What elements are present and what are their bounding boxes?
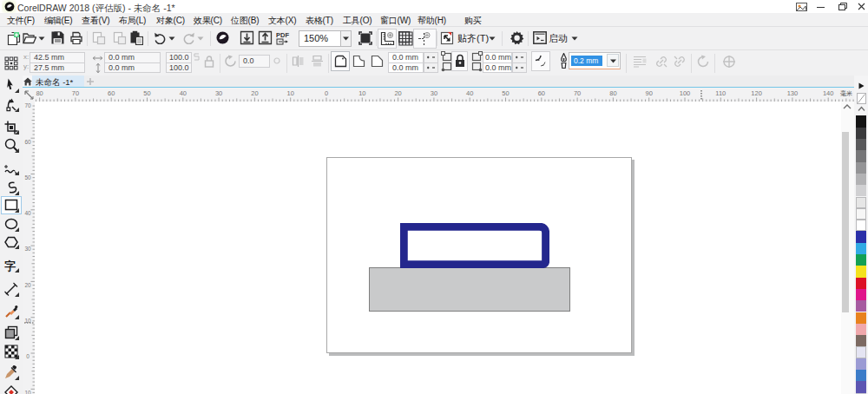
svg-text:PDF: PDF	[276, 31, 289, 39]
